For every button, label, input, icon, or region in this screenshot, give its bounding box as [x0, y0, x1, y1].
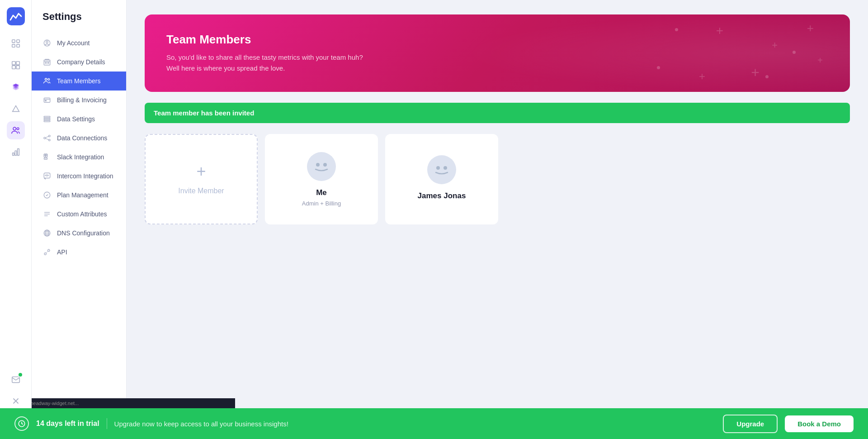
deco-dot-3: [765, 75, 769, 78]
svg-rect-13: [17, 149, 19, 156]
member-card-james[interactable]: James Jonas: [385, 134, 498, 224]
hero-banner: + + + + + + Team Members So, you'd like …: [145, 14, 850, 92]
sidebar-item-data-settings[interactable]: Data Settings: [32, 110, 126, 129]
building-icon: [42, 57, 52, 67]
data-connections-icon: [42, 134, 52, 143]
nav-grid-icon[interactable]: [7, 56, 25, 74]
svg-rect-38: [44, 154, 47, 155]
svg-rect-22: [48, 62, 49, 63]
sidebar-item-my-account[interactable]: My Account: [32, 33, 126, 52]
nav-x-icon[interactable]: [7, 392, 25, 410]
upgrade-button[interactable]: Upgrade: [723, 415, 778, 433]
api-icon: [42, 248, 52, 257]
nav-dashboard-icon[interactable]: [7, 34, 25, 52]
sidebar-item-data-connections[interactable]: Data Connections: [32, 129, 126, 148]
svg-line-34: [46, 138, 49, 140]
svg-point-30: [44, 137, 46, 139]
trial-clock-icon: [14, 416, 29, 431]
nav-layers-icon[interactable]: [7, 78, 25, 96]
sidebar-item-company-details[interactable]: Company Details: [32, 52, 126, 72]
svg-point-19: [46, 41, 48, 43]
hero-subtitle-line2: Well here is where you spread the love.: [166, 64, 285, 72]
svg-rect-7: [12, 66, 15, 69]
sidebar-label-slack: Slack Integration: [57, 153, 104, 161]
svg-rect-0: [7, 7, 25, 25]
sidebar-label-api: API: [57, 248, 67, 256]
settings-sidebar: Settings My Account Company Details: [32, 0, 127, 439]
svg-rect-39: [44, 173, 50, 178]
sidebar-label-custom-attributes: Custom Attributes: [57, 210, 107, 218]
invite-label: Invite Member: [178, 187, 224, 195]
member-avatar-james: [427, 155, 456, 184]
sidebar-item-custom-attributes[interactable]: Custom Attributes: [32, 205, 126, 224]
dns-icon: [42, 229, 52, 238]
svg-rect-8: [16, 66, 19, 69]
nav-triangle-icon[interactable]: [7, 100, 25, 118]
sidebar-label-plan-management: Plan Management: [57, 191, 108, 199]
sidebar-title: Settings: [32, 11, 126, 33]
svg-rect-5: [12, 62, 15, 65]
svg-point-24: [48, 78, 50, 80]
member-role-me: Admin + Billing: [302, 200, 341, 207]
trial-bar: 14 days left in trial Upgrade now to kee…: [0, 408, 868, 439]
sidebar-label-data-settings: Data Settings: [57, 115, 95, 123]
svg-point-52: [323, 163, 327, 167]
svg-rect-2: [16, 40, 19, 43]
sidebar-item-billing[interactable]: Billing & Invoicing: [32, 91, 126, 110]
data-settings-icon: [42, 115, 52, 124]
svg-point-32: [48, 139, 50, 141]
main-content: + + + + + + Team Members So, you'd like …: [127, 0, 868, 439]
custom-attrs-icon: [42, 210, 52, 219]
svg-rect-29: [44, 120, 50, 122]
svg-point-49: [44, 253, 47, 255]
svg-rect-28: [44, 119, 50, 120]
svg-rect-1: [12, 40, 14, 43]
user-circle-icon: [42, 38, 52, 48]
sidebar-item-api[interactable]: API: [32, 243, 126, 262]
hero-subtitle-line1: So, you'd like to share all these tasty …: [166, 53, 363, 61]
content-area: + + + + + + Team Members So, you'd like …: [127, 0, 868, 439]
trial-message: Upgrade now to keep access to all your b…: [114, 420, 716, 428]
slack-icon: [42, 153, 52, 162]
sidebar-label-my-account: My Account: [57, 39, 90, 47]
svg-rect-27: [44, 116, 50, 118]
book-demo-button[interactable]: Book a Demo: [785, 415, 854, 432]
svg-rect-11: [12, 153, 14, 156]
svg-rect-20: [44, 60, 50, 65]
svg-line-33: [46, 136, 49, 138]
intercom-icon: [42, 172, 52, 181]
member-name-me: Me: [316, 188, 327, 197]
app-logo[interactable]: [7, 7, 25, 25]
sidebar-item-team-members[interactable]: Team Members: [32, 72, 126, 91]
svg-point-53: [436, 166, 440, 170]
svg-rect-6: [16, 62, 19, 65]
svg-point-31: [48, 135, 50, 137]
svg-rect-12: [15, 151, 17, 155]
left-navigation: [0, 0, 32, 439]
svg-rect-37: [44, 158, 47, 159]
invite-member-card[interactable]: + Invite Member: [145, 134, 258, 224]
svg-point-51: [316, 163, 320, 167]
member-card-me[interactable]: Me Admin + Billing: [265, 134, 378, 224]
sidebar-item-plan-management[interactable]: Plan Management: [32, 186, 126, 205]
nav-bar-chart-icon[interactable]: [7, 143, 25, 161]
sidebar-item-dns[interactable]: DNS Configuration: [32, 224, 126, 243]
nav-users-icon[interactable]: [7, 121, 25, 139]
invite-plus-icon: +: [196, 163, 206, 180]
trial-days-text: 14 days left in trial: [36, 420, 99, 428]
sidebar-item-intercom[interactable]: Intercom Integration: [32, 167, 126, 186]
status-bar: Waiting for headway-widget.net...: [0, 398, 235, 408]
success-banner: Team member has been invited: [145, 103, 850, 123]
sidebar-item-slack[interactable]: Slack Integration: [32, 148, 126, 167]
sidebar-label-data-connections: Data Connections: [57, 134, 107, 142]
member-name-james: James Jonas: [418, 191, 466, 200]
success-message: Team member has been invited: [154, 109, 254, 117]
hero-title: Team Members: [166, 33, 828, 47]
sidebar-label-team-members: Team Members: [57, 77, 100, 85]
plan-icon: [42, 191, 52, 200]
nav-mail-icon[interactable]: [7, 370, 25, 388]
svg-point-10: [17, 128, 19, 130]
billing-icon: [42, 95, 52, 105]
svg-rect-26: [45, 100, 47, 101]
svg-point-9: [13, 127, 16, 130]
